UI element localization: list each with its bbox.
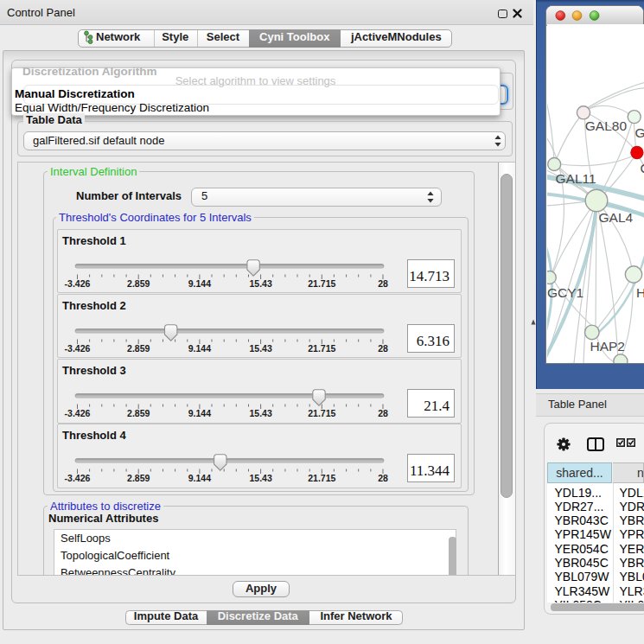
svg-text:15.43: 15.43 bbox=[249, 278, 271, 289]
svg-text:GAL80: GAL80 bbox=[585, 118, 628, 133]
svg-text:21.715: 21.715 bbox=[308, 343, 335, 354]
svg-text:-3.426: -3.426 bbox=[65, 408, 91, 418]
svg-text:15.43: 15.43 bbox=[249, 343, 271, 354]
svg-text:-3.426: -3.426 bbox=[65, 278, 91, 289]
svg-text:28: 28 bbox=[378, 408, 388, 418]
svg-text:GAL4: GAL4 bbox=[599, 210, 634, 225]
svg-text:9.144: 9.144 bbox=[188, 408, 211, 418]
svg-text:2.859: 2.859 bbox=[127, 278, 150, 289]
svg-text:28: 28 bbox=[378, 473, 388, 483]
svg-text:GCY1: GCY1 bbox=[547, 285, 583, 300]
svg-text:21.715: 21.715 bbox=[308, 473, 335, 483]
svg-text:-3.426: -3.426 bbox=[65, 473, 91, 483]
svg-text:2.859: 2.859 bbox=[127, 408, 150, 418]
svg-text:C: C bbox=[641, 161, 644, 175]
svg-text:H: H bbox=[636, 285, 644, 300]
svg-text:2.859: 2.859 bbox=[127, 473, 150, 483]
svg-text:9.144: 9.144 bbox=[188, 473, 211, 483]
svg-text:15.43: 15.43 bbox=[249, 473, 271, 483]
svg-text:9.144: 9.144 bbox=[188, 343, 211, 354]
svg-text:-3.426: -3.426 bbox=[65, 343, 91, 354]
svg-text:GAL11: GAL11 bbox=[556, 171, 596, 186]
svg-text:21.715: 21.715 bbox=[308, 408, 335, 418]
svg-text:9.144: 9.144 bbox=[188, 278, 211, 289]
svg-text:28: 28 bbox=[378, 343, 388, 354]
svg-text:HAP2: HAP2 bbox=[590, 339, 626, 354]
svg-text:15.43: 15.43 bbox=[249, 408, 271, 418]
svg-text:28: 28 bbox=[378, 278, 388, 289]
svg-text:GA: GA bbox=[635, 125, 644, 140]
svg-text:21.715: 21.715 bbox=[308, 278, 335, 289]
svg-text:2.859: 2.859 bbox=[127, 343, 150, 354]
